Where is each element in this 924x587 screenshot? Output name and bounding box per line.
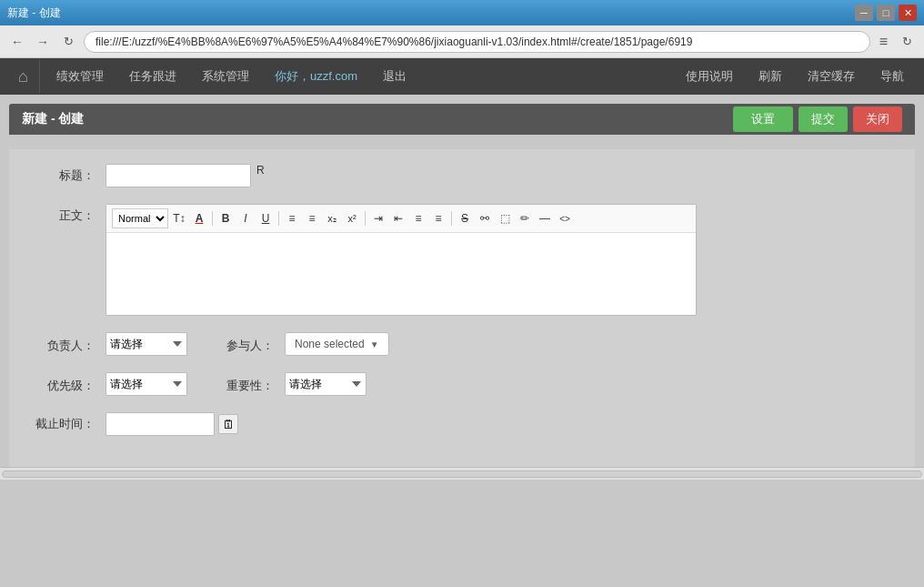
title-row: 标题： R bbox=[31, 164, 893, 187]
toolbar-bold-btn[interactable]: B bbox=[216, 209, 235, 228]
nav-item-performance[interactable]: 绩效管理 bbox=[44, 58, 116, 95]
toolbar-sep-4 bbox=[451, 211, 452, 226]
rich-text-editor: Normal T↕ A B I U ≡ ≡ x₂ x² ⇥ ⇤ bbox=[105, 204, 697, 316]
back-button[interactable]: ← bbox=[7, 32, 27, 52]
importance-select[interactable]: 请选择 bbox=[285, 372, 367, 396]
window-close-button[interactable]: ✕ bbox=[899, 5, 917, 21]
participants-value: None selected bbox=[295, 338, 365, 350]
content-label: 正文： bbox=[31, 204, 95, 224]
submit-button[interactable]: 提交 bbox=[798, 106, 848, 132]
deadline-input-wrap: 🗓 bbox=[105, 412, 238, 436]
title-label: 标题： bbox=[31, 164, 95, 184]
nav-item-system[interactable]: 系统管理 bbox=[189, 58, 262, 95]
responsible-select[interactable]: 请选择 bbox=[105, 332, 187, 356]
nav-item-tasks[interactable]: 任务跟进 bbox=[116, 58, 189, 95]
toolbar-outdent-btn[interactable]: ⇤ bbox=[389, 209, 407, 228]
calendar-icon: 🗓 bbox=[223, 418, 235, 431]
priority-col: 优先级： 请选择 bbox=[31, 372, 187, 396]
nav-item-refresh[interactable]: 刷新 bbox=[746, 58, 795, 95]
toolbar-align-right-btn[interactable]: ≡ bbox=[429, 209, 447, 228]
page-header: 新建 - 创建 设置 提交 关闭 bbox=[9, 104, 915, 135]
window-titlebar: 新建 - 创建 ─ □ ✕ bbox=[0, 0, 924, 25]
toolbar-indent-btn[interactable]: ⇥ bbox=[369, 209, 387, 228]
responsible-label: 负责人： bbox=[31, 334, 95, 354]
deadline-input[interactable] bbox=[105, 412, 215, 436]
home-nav-button[interactable]: ⌂ bbox=[7, 60, 40, 93]
toolbar-font-color-btn[interactable]: A bbox=[190, 209, 208, 228]
toolbar-italic-btn[interactable]: I bbox=[236, 209, 255, 228]
form-area: 标题： R 正文： Normal T↕ A B I U bbox=[9, 149, 915, 467]
minimize-button[interactable]: ─ bbox=[855, 5, 873, 21]
editor-body[interactable] bbox=[106, 233, 696, 315]
nav-item-help[interactable]: 使用说明 bbox=[673, 58, 746, 95]
nav-item-user[interactable]: 你好，uzzf.com bbox=[262, 58, 370, 95]
toolbar-align-left-btn[interactable]: ≡ bbox=[409, 209, 427, 228]
deadline-label: 截止时间： bbox=[31, 412, 95, 432]
calendar-button[interactable]: 🗓 bbox=[218, 414, 238, 434]
toolbar-hr-btn[interactable]: — bbox=[536, 209, 554, 228]
settings-button[interactable]: 设置 bbox=[733, 106, 793, 132]
page-title: 新建 - 创建 bbox=[22, 111, 84, 127]
nav-item-logout[interactable]: 退出 bbox=[370, 58, 419, 95]
importance-label: 重要性： bbox=[224, 374, 274, 394]
horizontal-scrollbar[interactable] bbox=[0, 467, 924, 480]
toolbar-sep-2 bbox=[278, 211, 279, 226]
participants-col: 参与人： None selected ▼ bbox=[224, 332, 389, 356]
priority-select[interactable]: 请选择 bbox=[105, 372, 187, 396]
home-icon: ⌂ bbox=[18, 67, 28, 86]
responsible-participants-row: 负责人： 请选择 参与人： None selected ▼ bbox=[31, 332, 893, 356]
toolbar-sep-3 bbox=[365, 211, 366, 226]
window-title: 新建 - 创建 bbox=[7, 5, 61, 21]
toolbar-sep-1 bbox=[212, 211, 213, 226]
nav-item-navigate[interactable]: 导航 bbox=[868, 58, 917, 95]
toolbar-link-btn[interactable]: ⚯ bbox=[476, 209, 494, 228]
page-header-actions: 设置 提交 关闭 bbox=[733, 106, 902, 132]
forward-button[interactable]: → bbox=[33, 32, 53, 52]
browser-bar: ← → ↻ ≡ ↻ bbox=[0, 25, 924, 58]
maximize-button[interactable]: □ bbox=[877, 5, 895, 21]
editor-toolbar: Normal T↕ A B I U ≡ ≡ x₂ x² ⇥ ⇤ bbox=[106, 205, 696, 233]
toolbar-sup-btn[interactable]: x² bbox=[343, 209, 361, 228]
participants-label: 参与人： bbox=[224, 334, 274, 354]
content-row: 正文： Normal T↕ A B I U ≡ ≡ x₂ bbox=[31, 204, 893, 316]
toolbar-sub-btn[interactable]: x₂ bbox=[323, 209, 341, 228]
deadline-row: 截止时间： 🗓 bbox=[31, 412, 893, 436]
toolbar-image-btn[interactable]: ⬚ bbox=[496, 209, 514, 228]
reload-button[interactable]: ↻ bbox=[897, 32, 917, 52]
toolbar-font-size-btn[interactable]: T↕ bbox=[170, 209, 188, 228]
responsible-col: 负责人： 请选择 bbox=[31, 332, 187, 356]
scrollbar-track bbox=[2, 471, 922, 478]
window-controls: ─ □ ✕ bbox=[855, 5, 917, 21]
toolbar-underline-btn[interactable]: U bbox=[256, 209, 275, 228]
priority-label: 优先级： bbox=[31, 374, 95, 394]
nav-right-items: 使用说明 刷新 清空缓存 导航 bbox=[673, 58, 917, 95]
refresh-button[interactable]: ↻ bbox=[58, 32, 78, 52]
participants-dropdown-arrow: ▼ bbox=[370, 339, 379, 349]
window-title-text: 新建 - 创建 bbox=[7, 5, 61, 21]
toolbar-ol-btn[interactable]: ≡ bbox=[283, 209, 301, 228]
browser-menu-button[interactable]: ≡ bbox=[876, 34, 891, 50]
font-style-select[interactable]: Normal bbox=[112, 208, 168, 228]
priority-importance-row: 优先级： 请选择 重要性： 请选择 bbox=[31, 372, 893, 396]
priority-select-wrap: 请选择 bbox=[105, 372, 187, 396]
nav-item-clear-cache[interactable]: 清空缓存 bbox=[795, 58, 868, 95]
responsible-select-wrap: 请选择 bbox=[105, 332, 187, 356]
toolbar-source-btn[interactable]: <> bbox=[556, 209, 574, 228]
toolbar-ul-btn[interactable]: ≡ bbox=[303, 209, 321, 228]
importance-col: 重要性： 请选择 bbox=[224, 372, 367, 396]
close-button[interactable]: 关闭 bbox=[853, 106, 902, 132]
toolbar-eraser-btn[interactable]: ✏ bbox=[516, 209, 534, 228]
title-input[interactable] bbox=[105, 164, 251, 187]
title-suffix: R bbox=[256, 164, 265, 177]
participants-multiselect[interactable]: None selected ▼ bbox=[285, 332, 389, 356]
url-input[interactable] bbox=[84, 31, 870, 53]
toolbar-strikethrough-btn[interactable]: S bbox=[456, 209, 474, 228]
app-nav: ⌂ 绩效管理 任务跟进 系统管理 你好，uzzf.com 退出 使用说明 刷新 … bbox=[0, 58, 924, 95]
importance-select-wrap: 请选择 bbox=[285, 372, 367, 396]
page-wrapper: 新建 - 创建 设置 提交 关闭 标题： R 正文： Normal T↕ bbox=[0, 95, 924, 467]
